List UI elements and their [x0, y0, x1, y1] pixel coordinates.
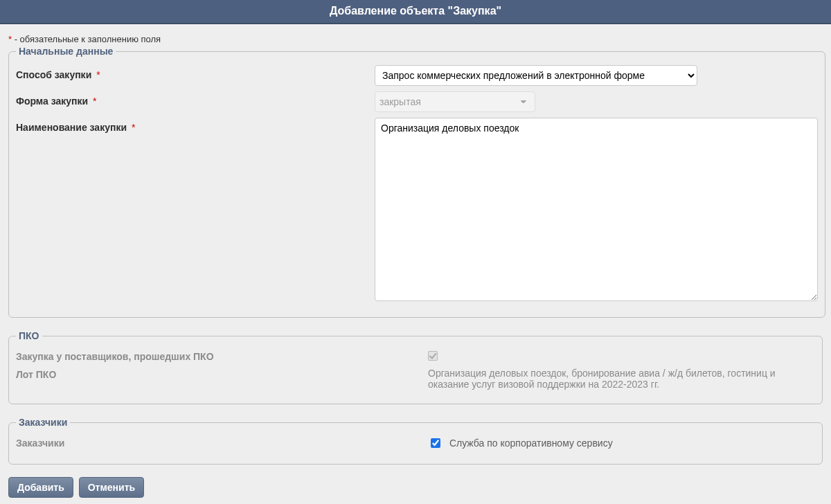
- dialog-title: Добавление объекта "Закупка": [330, 5, 501, 17]
- label-method: Способ закупки *: [16, 65, 375, 80]
- row-form: Форма закупки * закрытая: [16, 91, 818, 112]
- label-method-text: Способ закупки: [16, 69, 91, 80]
- row-method: Способ закупки * Запрос коммерческих пре…: [16, 65, 818, 86]
- legend-initial: Начальные данные: [16, 46, 116, 57]
- required-note-text: - обязательные к заполнению поля: [12, 34, 161, 44]
- asterisk-icon: *: [96, 69, 100, 80]
- select-purchase-form: закрытая: [375, 91, 535, 112]
- dialog-content: * - обязательные к заполнению поля Начал…: [0, 24, 831, 504]
- field-pko-suppliers: [428, 350, 815, 361]
- checkbox-pko-suppliers: [428, 351, 438, 361]
- label-form: Форма закупки *: [16, 91, 375, 107]
- field-form: закрытая: [375, 91, 818, 112]
- label-form-text: Форма закупки: [16, 96, 88, 107]
- fieldset-pko: ПКО Закупка у поставщиков, прошедших ПКО…: [8, 330, 823, 404]
- label-name-text: Наименование закупки: [16, 122, 127, 133]
- field-method: Запрос коммерческих предложений в электр…: [375, 65, 818, 86]
- field-name: [375, 118, 818, 303]
- row-name: Наименование закупки *: [16, 118, 818, 303]
- dialog-header: Добавление объекта "Закупка": [0, 0, 831, 24]
- legend-customers: Заказчики: [16, 417, 70, 428]
- cancel-button[interactable]: Отменить: [79, 477, 144, 498]
- required-note: * - обязательные к заполнению поля: [8, 34, 823, 44]
- asterisk-icon: *: [132, 122, 135, 133]
- add-button[interactable]: Добавить: [8, 477, 73, 498]
- row-customers: Заказчики Служба по корпоративному серви…: [16, 436, 815, 450]
- label-pko-suppliers: Закупка у поставщиков, прошедших ПКО: [16, 350, 428, 362]
- label-name: Наименование закупки *: [16, 118, 375, 133]
- fieldset-customers: Заказчики Заказчики Служба по корпоратив…: [8, 417, 823, 465]
- field-customers: Служба по корпоративному сервису: [428, 436, 815, 450]
- asterisk-icon: *: [93, 96, 96, 107]
- select-purchase-method[interactable]: Запрос коммерческих предложений в электр…: [375, 65, 697, 86]
- legend-pko: ПКО: [16, 330, 42, 341]
- row-pko-suppliers: Закупка у поставщиков, прошедших ПКО: [16, 350, 815, 362]
- row-pko-lot: Лот ПКО Организация деловых поездок, бро…: [16, 368, 815, 390]
- button-row: Добавить Отменить: [8, 477, 823, 498]
- label-pko-lot: Лот ПКО: [16, 368, 428, 380]
- field-pko-lot: Организация деловых поездок, бронировани…: [428, 368, 815, 390]
- checkbox-customer[interactable]: [431, 438, 440, 448]
- fieldset-initial-data: Начальные данные Способ закупки * Запрос…: [8, 46, 825, 318]
- customer-name: Служба по корпоративному сервису: [449, 438, 613, 449]
- textarea-purchase-name[interactable]: [375, 118, 818, 301]
- label-customers: Заказчики: [16, 436, 428, 449]
